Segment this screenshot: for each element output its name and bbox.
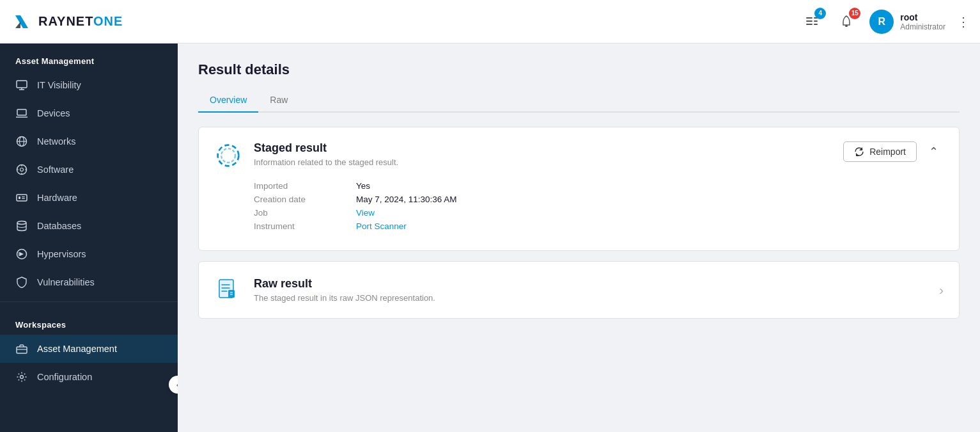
svg-rect-5 <box>814 20 818 22</box>
monitor-icon <box>15 79 28 92</box>
sidebar-item-software[interactable]: Software <box>0 156 178 184</box>
sidebar-item-asset-management[interactable]: Asset Management <box>0 335 178 363</box>
svg-rect-3 <box>806 24 813 25</box>
sidebar: Asset Management IT Visibility Devices N… <box>0 44 178 432</box>
user-info: root Administrator <box>900 12 945 31</box>
sidebar-label-devices: Devices <box>37 108 70 118</box>
logo-icon <box>10 10 33 33</box>
gear-icon <box>15 371 28 383</box>
svg-rect-20 <box>17 347 27 353</box>
staged-result-body: Imported Yes Creation date May 7, 2024, … <box>199 181 959 250</box>
svg-rect-27 <box>228 290 235 298</box>
field-instrument-label: Instrument <box>254 221 356 231</box>
field-instrument: Instrument Port Scanner <box>254 221 944 231</box>
job-link[interactable]: View <box>356 208 375 218</box>
sidebar-divider <box>0 301 178 302</box>
avatar: R <box>869 10 894 34</box>
chevron-right-icon: › <box>939 283 944 298</box>
reimport-icon <box>854 147 864 157</box>
hardware-icon <box>15 191 28 204</box>
sidebar-item-hypervisors[interactable]: Hypervisors <box>0 240 178 268</box>
sidebar-label-asset-management: Asset Management <box>37 344 117 354</box>
laptop-icon <box>15 107 28 120</box>
raw-result-subtitle: The staged result in its raw JSON repres… <box>254 293 928 303</box>
svg-rect-1 <box>806 17 813 19</box>
alerts-badge: 15 <box>849 8 860 19</box>
field-imported-label: Imported <box>254 181 356 191</box>
app-name: RAYNETONE <box>38 14 123 29</box>
tab-raw[interactable]: Raw <box>258 90 299 113</box>
field-creation-date-label: Creation date <box>254 195 356 204</box>
sidebar-item-databases[interactable]: Databases <box>0 212 178 240</box>
sidebar-section-workspaces: Workspaces <box>0 307 178 335</box>
sidebar-label-vulnerabilities: Vulnerabilities <box>37 277 95 287</box>
svg-rect-14 <box>17 195 27 201</box>
sidebar-item-devices[interactable]: Devices <box>0 99 178 127</box>
sidebar-label-networks: Networks <box>37 136 75 147</box>
network-icon <box>15 135 28 148</box>
user-area[interactable]: R root Administrator <box>869 10 945 34</box>
tab-overview[interactable]: Overview <box>198 90 258 113</box>
logo-area: RAYNETONE <box>10 10 800 33</box>
briefcase-icon <box>15 342 28 355</box>
field-job-value: View <box>356 208 375 218</box>
sidebar-item-vulnerabilities[interactable]: Vulnerabilities <box>0 268 178 296</box>
svg-rect-6 <box>814 24 818 25</box>
svg-point-23 <box>221 148 235 163</box>
field-creation-date: Creation date May 7, 2024, 11:30:36 AM <box>254 195 944 204</box>
menu-icon-btn[interactable]: 4 <box>800 10 823 33</box>
sidebar-section-asset: Asset Management <box>0 44 178 71</box>
svg-marker-25 <box>856 153 859 156</box>
raw-result-title: Raw result <box>254 277 928 291</box>
sidebar-label-databases: Databases <box>37 221 81 231</box>
svg-point-13 <box>20 168 24 172</box>
svg-point-21 <box>20 376 24 379</box>
sidebar-item-configuration[interactable]: Configuration <box>0 363 178 391</box>
raw-result-row: Raw result The staged result in its raw … <box>199 262 959 318</box>
shield-icon <box>15 276 28 289</box>
instrument-link[interactable]: Port Scanner <box>356 221 407 231</box>
topbar: RAYNETONE 4 15 R root Administrator ⋮ <box>0 0 980 44</box>
menu-badge: 4 <box>814 8 826 19</box>
main-content: Result details Overview Raw Staged resul… <box>178 44 980 432</box>
more-options-icon[interactable]: ⋮ <box>957 14 970 29</box>
sidebar-item-networks[interactable]: Networks <box>0 127 178 156</box>
svg-rect-8 <box>17 81 27 88</box>
sidebar-label-hardware: Hardware <box>37 193 77 203</box>
staged-result-subtitle: Information related to the staged result… <box>254 157 832 167</box>
svg-rect-9 <box>17 109 26 115</box>
topbar-right: 4 15 R root Administrator ⋮ <box>800 10 970 34</box>
notification-btn[interactable]: 15 <box>835 10 858 33</box>
main-layout: Asset Management IT Visibility Devices N… <box>0 44 980 432</box>
svg-rect-7 <box>845 25 848 27</box>
sidebar-item-hardware[interactable]: Hardware <box>0 184 178 212</box>
hypervisor-icon <box>15 248 28 260</box>
sidebar-label-it-visibility: IT Visibility <box>37 80 81 90</box>
sidebar-label-configuration: Configuration <box>37 372 92 382</box>
raw-result-actions: › <box>939 283 944 298</box>
user-name: root <box>900 12 945 22</box>
svg-rect-17 <box>22 198 25 199</box>
reimport-button[interactable]: Reimport <box>843 141 917 162</box>
field-job: Job View <box>254 208 944 218</box>
staged-result-title: Staged result <box>254 141 832 155</box>
svg-point-18 <box>17 221 26 225</box>
reimport-label: Reimport <box>869 147 906 157</box>
raw-result-icon <box>214 276 242 304</box>
sidebar-label-software: Software <box>37 164 74 175</box>
sidebar-item-it-visibility[interactable]: IT Visibility <box>0 71 178 99</box>
raw-result-card[interactable]: Raw result The staged result in its raw … <box>198 261 960 319</box>
field-instrument-value: Port Scanner <box>356 221 407 231</box>
svg-rect-16 <box>22 196 25 197</box>
staged-result-header: Staged result Information related to the… <box>199 127 959 181</box>
staged-result-content: Staged result Information related to the… <box>254 141 832 167</box>
raw-result-content: Raw result The staged result in its raw … <box>254 277 928 303</box>
collapse-staged-button[interactable]: ⌃ <box>923 141 944 162</box>
svg-rect-2 <box>806 20 813 22</box>
tab-bar: Overview Raw <box>198 90 960 113</box>
user-role: Administrator <box>900 22 945 31</box>
sidebar-label-hypervisors: Hypervisors <box>37 249 86 259</box>
software-icon <box>15 163 28 176</box>
field-creation-date-value: May 7, 2024, 11:30:36 AM <box>356 195 457 204</box>
field-job-label: Job <box>254 208 356 218</box>
